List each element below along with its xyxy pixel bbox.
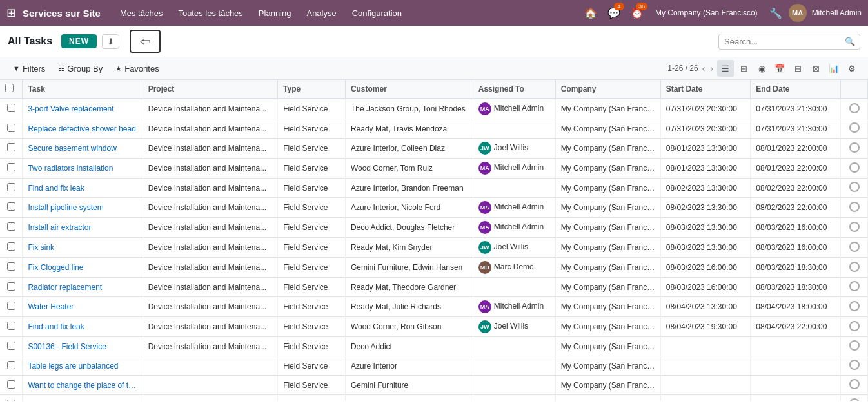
status-circle-icon[interactable] [849, 379, 860, 389]
prev-page-button[interactable]: ‹ [701, 62, 707, 75]
calendar-view-button[interactable]: 📅 [771, 60, 788, 77]
row-status[interactable] [841, 337, 868, 356]
settings-view-button[interactable]: ⚙ [843, 60, 860, 77]
row-checkbox[interactable] [7, 104, 15, 112]
kanban-view-button[interactable]: ⊞ [735, 60, 752, 77]
status-circle-icon[interactable] [849, 202, 860, 212]
row-task[interactable]: Secure basement window [23, 139, 143, 159]
download-button[interactable]: ⬇ [102, 34, 119, 49]
status-circle-icon[interactable] [849, 122, 860, 133]
map-view-button[interactable]: ◉ [753, 60, 770, 77]
row-checkbox-cell[interactable] [0, 179, 23, 198]
row-status[interactable] [841, 278, 868, 297]
row-task[interactable]: Want to change the place of the ... [23, 376, 143, 395]
table-row[interactable]: Table legs are unbalancedField ServiceAz… [0, 356, 868, 376]
table-row[interactable]: Water HeaterDevice Installation and Main… [0, 297, 868, 317]
nav-toutes-taches[interactable]: Toutes les tâches [172, 6, 249, 21]
row-checkbox[interactable] [7, 342, 15, 350]
header-type[interactable]: Type [278, 80, 346, 99]
row-task[interactable]: Install air extractor [23, 218, 143, 238]
status-circle-icon[interactable] [849, 142, 860, 153]
row-checkbox-cell[interactable] [0, 258, 23, 278]
row-checkbox-cell[interactable] [0, 198, 23, 218]
status-circle-icon[interactable] [849, 242, 860, 252]
row-checkbox[interactable] [7, 183, 15, 191]
status-circle-icon[interactable] [849, 182, 860, 192]
nav-configuration[interactable]: Configuration [346, 6, 408, 21]
row-checkbox[interactable] [7, 202, 15, 211]
nav-mes-taches[interactable]: Mes tâches [113, 6, 169, 21]
row-status[interactable] [841, 258, 868, 278]
header-task[interactable]: Task [23, 80, 143, 99]
row-checkbox-cell[interactable] [0, 297, 23, 317]
row-status[interactable] [841, 356, 868, 376]
header-company[interactable]: Company [555, 80, 660, 99]
status-circle-icon[interactable] [849, 340, 860, 351]
header-end[interactable]: End Date [751, 80, 841, 99]
row-status[interactable] [841, 179, 868, 198]
table-row[interactable]: 3-port Valve replacementDevice Installat… [0, 99, 868, 119]
row-checkbox[interactable] [7, 322, 15, 330]
status-circle-icon[interactable] [849, 262, 860, 272]
row-status[interactable] [841, 99, 868, 119]
tools-icon[interactable]: 🔧 [765, 3, 786, 23]
grid-view-button[interactable]: ⊠ [807, 60, 824, 77]
row-checkbox-cell[interactable] [0, 337, 23, 356]
row-status[interactable] [841, 238, 868, 258]
status-circle-icon[interactable] [849, 222, 860, 232]
row-task[interactable]: Find and fix leak [23, 317, 143, 337]
row-checkbox[interactable] [7, 143, 15, 151]
row-task[interactable]: Replace defective shower head [23, 119, 143, 139]
row-status[interactable] [841, 376, 868, 395]
chart-view-button[interactable]: 📊 [825, 60, 842, 77]
filters-button[interactable]: ▼ Filters [8, 61, 50, 76]
apps-icon[interactable]: ⊞ [6, 6, 16, 20]
search-input[interactable] [718, 34, 860, 50]
nav-analyse[interactable]: Analyse [300, 6, 342, 21]
row-checkbox[interactable] [7, 242, 15, 251]
table-row[interactable]: Want to change the place of the ...Field… [0, 376, 868, 395]
row-status[interactable] [841, 297, 868, 317]
table-row[interactable]: S00136 - Field ServiceDevice Installatio… [0, 337, 868, 356]
table-row[interactable]: Install pipeline systemDevice Installati… [0, 198, 868, 218]
status-circle-icon[interactable] [849, 301, 860, 311]
pivot-view-button[interactable]: ⊟ [789, 60, 806, 77]
table-row[interactable]: Two radiators installationDevice Install… [0, 159, 868, 179]
chat-button[interactable]: 💬 4 [604, 3, 624, 23]
clock-button[interactable]: ⏰ 36 [627, 3, 647, 23]
table-row[interactable]: Fix sinkDevice Installation and Maintena… [0, 238, 868, 258]
row-status[interactable] [841, 139, 868, 159]
table-row[interactable]: Find and fix leakDevice Installation and… [0, 179, 868, 198]
row-checkbox-cell[interactable] [0, 99, 23, 119]
row-status[interactable] [841, 119, 868, 139]
row-status[interactable] [841, 395, 868, 401]
row-checkbox-cell[interactable] [0, 317, 23, 337]
row-checkbox[interactable] [7, 282, 15, 291]
status-circle-icon[interactable] [849, 281, 860, 291]
header-customer[interactable]: Customer [345, 80, 473, 99]
row-checkbox[interactable] [7, 361, 15, 369]
row-checkbox-cell[interactable] [0, 139, 23, 159]
header-assigned[interactable]: Assigned To [473, 80, 555, 99]
row-checkbox[interactable] [7, 222, 15, 231]
table-row[interactable]: Fix Clogged lineDevice Installation and … [0, 258, 868, 278]
row-task[interactable]: S00136 - Field Service [23, 337, 143, 356]
groupby-button[interactable]: ☷ Group By [53, 61, 108, 76]
row-task[interactable]: Fix sink [23, 238, 143, 258]
row-checkbox-cell[interactable] [0, 356, 23, 376]
row-task[interactable]: Fix Clogged line [23, 258, 143, 278]
row-task[interactable]: S00131 - Field Service [23, 395, 143, 401]
header-start[interactable]: Start Date [660, 80, 751, 99]
favorites-button[interactable]: ★ Favorites [110, 61, 164, 76]
row-checkbox-cell[interactable] [0, 278, 23, 297]
row-task[interactable]: Table legs are unbalanced [23, 356, 143, 376]
header-project[interactable]: Project [143, 80, 278, 99]
table-row[interactable]: Find and fix leakDevice Installation and… [0, 317, 868, 337]
new-button[interactable]: NEW [61, 34, 97, 48]
table-row[interactable]: Secure basement windowDevice Installatio… [0, 139, 868, 159]
row-checkbox-cell[interactable] [0, 159, 23, 179]
row-checkbox[interactable] [7, 302, 15, 310]
row-status[interactable] [841, 317, 868, 337]
row-checkbox-cell[interactable] [0, 119, 23, 139]
row-task[interactable]: Find and fix leak [23, 179, 143, 198]
